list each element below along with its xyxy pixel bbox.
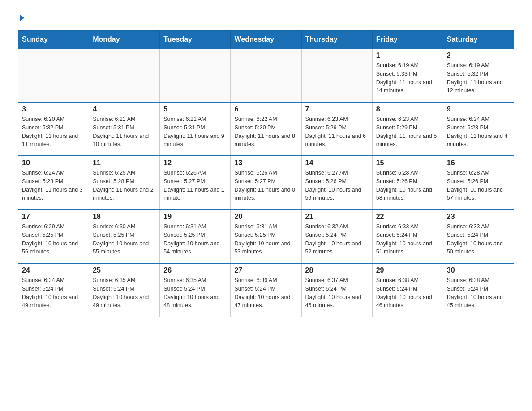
calendar-cell: 30Sunrise: 6:38 AMSunset: 5:24 PMDayligh… (443, 263, 514, 317)
calendar-cell: 22Sunrise: 6:33 AMSunset: 5:24 PMDayligh… (372, 210, 443, 263)
day-number: 15 (376, 159, 439, 167)
calendar-cell: 7Sunrise: 6:23 AMSunset: 5:29 PMDaylight… (301, 102, 372, 156)
day-info: Sunrise: 6:28 AMSunset: 5:26 PMDaylight:… (376, 169, 439, 202)
day-header-saturday: Saturday (443, 31, 514, 49)
day-info: Sunrise: 6:19 AMSunset: 5:32 PMDaylight:… (447, 61, 510, 95)
day-info: Sunrise: 6:23 AMSunset: 5:29 PMDaylight:… (305, 115, 369, 149)
day-number: 20 (234, 213, 297, 221)
calendar-cell: 17Sunrise: 6:29 AMSunset: 5:25 PMDayligh… (18, 210, 89, 263)
day-header-tuesday: Tuesday (160, 31, 231, 49)
day-info: Sunrise: 6:25 AMSunset: 5:28 PMDaylight:… (93, 169, 156, 202)
day-info: Sunrise: 6:37 AMSunset: 5:24 PMDaylight:… (305, 276, 369, 310)
day-number: 25 (93, 266, 156, 274)
day-number: 7 (305, 105, 369, 113)
calendar-cell: 23Sunrise: 6:33 AMSunset: 5:24 PMDayligh… (443, 210, 514, 263)
day-info: Sunrise: 6:29 AMSunset: 5:25 PMDaylight:… (22, 223, 85, 256)
day-info: Sunrise: 6:38 AMSunset: 5:24 PMDaylight:… (447, 276, 510, 310)
day-number: 17 (22, 213, 85, 221)
day-number: 8 (376, 105, 439, 113)
week-row-3: 10Sunrise: 6:24 AMSunset: 5:28 PMDayligh… (18, 156, 514, 210)
calendar-cell: 27Sunrise: 6:36 AMSunset: 5:24 PMDayligh… (231, 263, 301, 317)
calendar-cell: 15Sunrise: 6:28 AMSunset: 5:26 PMDayligh… (372, 156, 443, 210)
calendar-cell (301, 48, 372, 102)
days-of-week-row: SundayMondayTuesdayWednesdayThursdayFrid… (18, 31, 514, 49)
calendar-cell: 19Sunrise: 6:31 AMSunset: 5:25 PMDayligh… (160, 210, 231, 263)
calendar-cell: 3Sunrise: 6:20 AMSunset: 5:32 PMDaylight… (18, 102, 89, 156)
day-number: 13 (234, 159, 297, 167)
calendar-cell: 9Sunrise: 6:24 AMSunset: 5:28 PMDaylight… (443, 102, 514, 156)
day-number: 24 (22, 266, 85, 274)
calendar-cell: 29Sunrise: 6:38 AMSunset: 5:24 PMDayligh… (372, 263, 443, 317)
day-number: 28 (305, 266, 369, 274)
calendar-cell (89, 48, 160, 102)
day-number: 10 (22, 159, 85, 167)
calendar-body: 1Sunrise: 6:19 AMSunset: 5:33 PMDaylight… (18, 48, 514, 317)
day-number: 18 (93, 213, 156, 221)
day-header-sunday: Sunday (18, 31, 89, 49)
calendar-cell: 11Sunrise: 6:25 AMSunset: 5:28 PMDayligh… (89, 156, 160, 210)
day-info: Sunrise: 6:33 AMSunset: 5:24 PMDaylight:… (376, 223, 439, 256)
day-info: Sunrise: 6:35 AMSunset: 5:24 PMDaylight:… (163, 276, 227, 310)
day-number: 16 (447, 159, 510, 167)
day-info: Sunrise: 6:35 AMSunset: 5:24 PMDaylight:… (93, 276, 156, 310)
day-number: 26 (163, 266, 227, 274)
calendar-cell: 16Sunrise: 6:28 AMSunset: 5:26 PMDayligh… (443, 156, 514, 210)
calendar-cell: 24Sunrise: 6:34 AMSunset: 5:24 PMDayligh… (18, 263, 89, 317)
day-number: 5 (163, 105, 227, 113)
day-info: Sunrise: 6:36 AMSunset: 5:24 PMDaylight:… (234, 276, 297, 310)
day-info: Sunrise: 6:19 AMSunset: 5:33 PMDaylight:… (376, 61, 439, 95)
week-row-4: 17Sunrise: 6:29 AMSunset: 5:25 PMDayligh… (18, 210, 514, 263)
day-info: Sunrise: 6:21 AMSunset: 5:31 PMDaylight:… (93, 115, 156, 149)
calendar-cell: 21Sunrise: 6:32 AMSunset: 5:24 PMDayligh… (301, 210, 372, 263)
day-info: Sunrise: 6:26 AMSunset: 5:27 PMDaylight:… (234, 169, 297, 202)
calendar-cell (231, 48, 301, 102)
day-info: Sunrise: 6:26 AMSunset: 5:27 PMDaylight:… (163, 169, 227, 202)
week-row-5: 24Sunrise: 6:34 AMSunset: 5:24 PMDayligh… (18, 263, 514, 317)
calendar-cell: 6Sunrise: 6:22 AMSunset: 5:30 PMDaylight… (231, 102, 301, 156)
day-info: Sunrise: 6:32 AMSunset: 5:24 PMDaylight:… (305, 223, 369, 256)
day-info: Sunrise: 6:30 AMSunset: 5:25 PMDaylight:… (93, 223, 156, 256)
calendar-cell: 10Sunrise: 6:24 AMSunset: 5:28 PMDayligh… (18, 156, 89, 210)
calendar-cell: 26Sunrise: 6:35 AMSunset: 5:24 PMDayligh… (160, 263, 231, 317)
day-info: Sunrise: 6:23 AMSunset: 5:29 PMDaylight:… (376, 115, 439, 149)
day-number: 14 (305, 159, 369, 167)
day-number: 2 (447, 51, 510, 60)
day-number: 30 (447, 266, 510, 274)
day-number: 6 (234, 105, 297, 113)
calendar-cell: 1Sunrise: 6:19 AMSunset: 5:33 PMDaylight… (372, 48, 443, 102)
day-info: Sunrise: 6:24 AMSunset: 5:28 PMDaylight:… (22, 169, 85, 202)
day-number: 4 (93, 105, 156, 113)
day-number: 9 (447, 105, 510, 113)
day-header-wednesday: Wednesday (231, 31, 301, 49)
calendar-cell: 8Sunrise: 6:23 AMSunset: 5:29 PMDaylight… (372, 102, 443, 156)
day-number: 19 (163, 213, 227, 221)
calendar-cell: 4Sunrise: 6:21 AMSunset: 5:31 PMDaylight… (89, 102, 160, 156)
day-header-thursday: Thursday (301, 31, 372, 49)
logo (18, 13, 24, 21)
day-info: Sunrise: 6:24 AMSunset: 5:28 PMDaylight:… (447, 115, 510, 149)
week-row-2: 3Sunrise: 6:20 AMSunset: 5:32 PMDaylight… (18, 102, 514, 156)
calendar-cell: 13Sunrise: 6:26 AMSunset: 5:27 PMDayligh… (231, 156, 301, 210)
day-info: Sunrise: 6:31 AMSunset: 5:25 PMDaylight:… (163, 223, 227, 256)
calendar-cell: 25Sunrise: 6:35 AMSunset: 5:24 PMDayligh… (89, 263, 160, 317)
day-info: Sunrise: 6:33 AMSunset: 5:24 PMDaylight:… (447, 223, 510, 256)
day-info: Sunrise: 6:22 AMSunset: 5:30 PMDaylight:… (234, 115, 297, 149)
calendar-cell: 18Sunrise: 6:30 AMSunset: 5:25 PMDayligh… (89, 210, 160, 263)
logo-blue-text (18, 13, 24, 21)
calendar-cell: 2Sunrise: 6:19 AMSunset: 5:32 PMDaylight… (443, 48, 514, 102)
day-info: Sunrise: 6:21 AMSunset: 5:31 PMDaylight:… (163, 115, 227, 149)
day-header-friday: Friday (372, 31, 443, 49)
day-number: 29 (376, 266, 439, 274)
day-info: Sunrise: 6:28 AMSunset: 5:26 PMDaylight:… (447, 169, 510, 202)
day-number: 27 (234, 266, 297, 274)
week-row-1: 1Sunrise: 6:19 AMSunset: 5:33 PMDaylight… (18, 48, 514, 102)
calendar-table: SundayMondayTuesdayWednesdayThursdayFrid… (18, 30, 514, 317)
day-header-monday: Monday (89, 31, 160, 49)
calendar-cell (18, 48, 89, 102)
day-info: Sunrise: 6:31 AMSunset: 5:25 PMDaylight:… (234, 223, 297, 256)
calendar-cell: 20Sunrise: 6:31 AMSunset: 5:25 PMDayligh… (231, 210, 301, 263)
day-info: Sunrise: 6:34 AMSunset: 5:24 PMDaylight:… (22, 276, 85, 310)
day-number: 12 (163, 159, 227, 167)
day-info: Sunrise: 6:38 AMSunset: 5:24 PMDaylight:… (376, 276, 439, 310)
day-info: Sunrise: 6:27 AMSunset: 5:26 PMDaylight:… (305, 169, 369, 202)
